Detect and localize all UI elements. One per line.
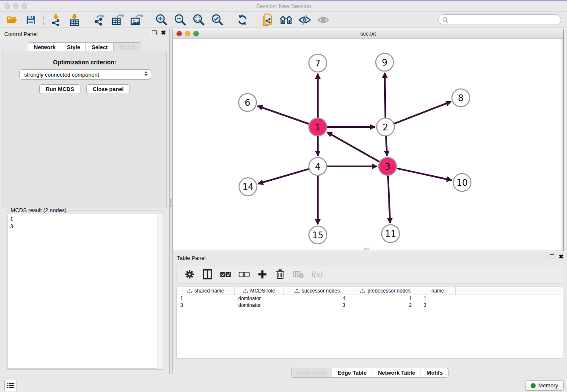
search-icon (442, 17, 448, 23)
cell-successor-nodes[interactable]: 3 (284, 302, 351, 309)
table-row[interactable]: 3 dominator 3 2 3 (177, 302, 563, 309)
search-field[interactable] (438, 14, 561, 25)
network-window-titlebar[interactable]: ✕ − ＋ scc.txt (173, 29, 563, 39)
column-header-shared-name[interactable]: shared name (177, 287, 235, 295)
dropdown-stepper-icon (144, 71, 148, 76)
network-canvas[interactable]: 7968124314101511 (173, 39, 563, 251)
canvas-hscrollbar[interactable] (364, 248, 369, 250)
cell-predecessor-nodes[interactable]: 2 (351, 302, 420, 309)
list-icon (7, 382, 14, 389)
tab-edge-table[interactable]: Edge Table (332, 368, 372, 378)
table-close-panel-icon[interactable]: ✖ (559, 254, 564, 259)
task-history-button[interactable] (4, 380, 17, 391)
column-header-predecessor-nodes[interactable]: predecessor nodes (351, 287, 420, 295)
result-scrollbar[interactable] (157, 214, 162, 369)
close-panel-icon[interactable]: ✖ (161, 30, 166, 35)
gear-icon[interactable] (184, 269, 195, 280)
column-header-successor-nodes[interactable]: successor nodes (284, 287, 351, 295)
mcds-result-title: MCDS result (2 nodes) (9, 207, 68, 213)
column-label: MCDS role (250, 288, 275, 294)
graph-node-3[interactable]: 3 (379, 157, 396, 175)
cell-mcds-role[interactable]: dominator (235, 302, 284, 309)
zoom-fit-icon[interactable] (193, 14, 205, 26)
add-column-icon[interactable] (257, 269, 267, 280)
graph-edge-2-9[interactable] (385, 73, 385, 118)
control-panel-title: Control Panel (4, 31, 38, 37)
column-header-name[interactable]: name (420, 287, 456, 295)
graph-edge-2-8[interactable] (394, 102, 451, 124)
hierarchy-icon (360, 289, 365, 293)
open-session-icon[interactable] (6, 14, 19, 26)
graph-node-6[interactable]: 6 (239, 94, 256, 111)
tab-node-table[interactable]: Node Table (291, 368, 332, 378)
graph-edge-4-14[interactable] (258, 169, 309, 184)
tab-network-table[interactable]: Network Table (372, 368, 421, 378)
cell-name[interactable]: 3 (420, 302, 456, 309)
graph-node-7[interactable]: 7 (309, 54, 327, 72)
select-all-checkboxes-icon[interactable] (220, 269, 231, 280)
zoom-selected-icon[interactable] (211, 14, 224, 26)
graph-node-1[interactable]: 1 (309, 118, 327, 136)
graph-node-14[interactable]: 14 (239, 178, 257, 196)
table-row[interactable]: 1 dominator 4 1 1 (177, 295, 563, 302)
graph-node-11[interactable]: 11 (382, 225, 399, 243)
panel-divider[interactable] (169, 29, 173, 374)
mcds-panel: Optimization criterion: strongly connect… (3, 51, 167, 208)
table-tabs: Node Table Edge Table Network Table Moti… (173, 368, 567, 378)
cell-shared-name[interactable]: 1 (177, 295, 235, 302)
cell-successor-nodes[interactable]: 4 (284, 295, 351, 302)
column-label: name (431, 288, 444, 294)
graph-node-15[interactable]: 15 (309, 226, 327, 244)
graph-edge-1-6[interactable] (258, 106, 309, 124)
cell-name[interactable]: 1 (420, 295, 456, 302)
export-network-icon[interactable] (93, 14, 106, 26)
canvas-right-edge (561, 39, 563, 251)
deselect-all-checkboxes-icon[interactable] (239, 269, 250, 280)
graph-node-4[interactable]: 4 (309, 157, 327, 175)
graph-node-8[interactable]: 8 (452, 89, 470, 107)
table-toolbar: f(x) (176, 265, 563, 284)
hide-selected-eye-slash-icon[interactable] (298, 14, 311, 26)
graph-node-10[interactable]: 10 (453, 174, 471, 191)
table-float-panel-icon[interactable] (550, 254, 554, 259)
export-table-icon[interactable] (112, 14, 124, 26)
graph-edge-3-10[interactable] (397, 168, 452, 180)
save-session-icon[interactable] (25, 14, 37, 26)
graph-edge-3-11[interactable] (388, 176, 390, 223)
graph-edge-3-1[interactable] (327, 132, 380, 162)
import-table-icon[interactable] (68, 14, 81, 26)
zoom-in-icon[interactable] (155, 14, 168, 26)
column-header-mcds-role[interactable]: MCDS role (235, 287, 284, 295)
import-network-icon[interactable] (50, 14, 62, 26)
memory-button[interactable]: Memory (525, 380, 564, 391)
cell-predecessor-nodes[interactable]: 1 (351, 295, 420, 302)
refresh-icon[interactable] (236, 14, 249, 26)
network-window-title: scc.txt (173, 30, 563, 37)
columns-icon[interactable] (202, 269, 212, 280)
cell-shared-name[interactable]: 3 (177, 302, 235, 309)
mcds-result-group: MCDS result (2 nodes) 1 3 (6, 210, 163, 370)
optimization-criterion-dropdown[interactable]: strongly connected component (19, 69, 151, 80)
graph-edge-2-3[interactable] (386, 136, 387, 156)
table-panel: Table Panel ✖ (173, 253, 567, 377)
run-mcds-button[interactable]: Run MCDS (39, 84, 80, 94)
status-bar: Memory (0, 378, 567, 392)
cell-mcds-role[interactable]: dominator (235, 295, 284, 302)
zoom-out-icon[interactable] (174, 14, 187, 26)
delete-table-icon[interactable] (293, 269, 304, 280)
function-builder-icon[interactable]: f(x) (311, 269, 322, 280)
graph-node-2[interactable]: 2 (377, 118, 394, 136)
hierarchy-icon (295, 289, 300, 293)
export-image-icon[interactable] (130, 14, 143, 26)
close-panel-button[interactable]: Close panel (86, 84, 130, 94)
copy-network-icon[interactable] (261, 14, 274, 26)
float-panel-icon[interactable] (152, 30, 157, 35)
graph-node-9[interactable]: 9 (376, 53, 394, 71)
mcds-result-text[interactable]: 1 3 (7, 214, 162, 369)
search-input[interactable] (448, 17, 561, 23)
tab-motifs[interactable]: Motifs (421, 368, 449, 378)
divider-handle[interactable] (170, 199, 172, 207)
trash-icon[interactable] (275, 269, 285, 280)
houses-icon[interactable] (280, 14, 292, 26)
show-all-eye-icon[interactable] (317, 14, 330, 26)
